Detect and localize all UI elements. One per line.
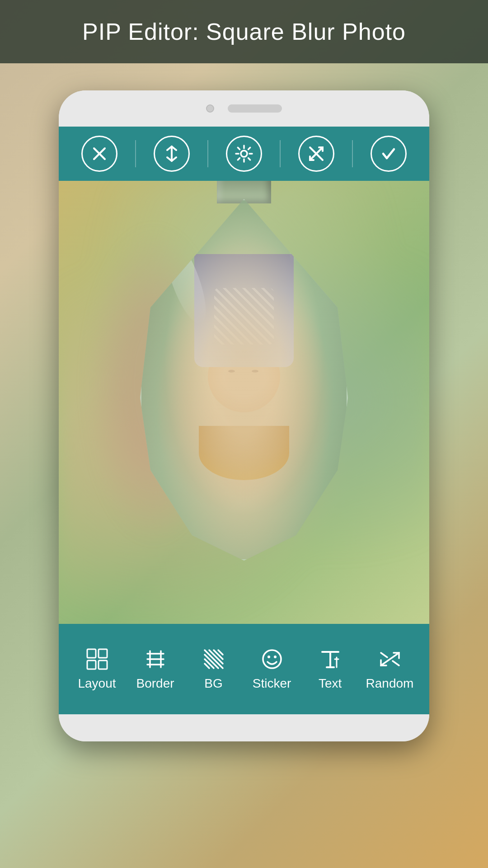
svg-line-20 [205,664,209,668]
bg-label: BG [204,676,222,691]
water-drop-container [131,181,357,570]
confirm-button[interactable] [371,136,407,172]
shuffle-button[interactable] [298,136,334,172]
phone-frame: Layout Border [59,90,429,741]
text-label: Text [319,676,342,691]
random-tool[interactable]: Random [366,647,414,691]
text-tool[interactable]: Text [308,647,353,691]
toolbar-sep-4 [352,140,353,167]
toolbar-sep-3 [280,140,281,167]
svg-line-21 [218,650,223,655]
swap-button[interactable] [154,136,190,172]
svg-rect-7 [99,649,107,658]
border-tool[interactable]: Border [133,647,178,691]
smile-overlay [141,200,347,559]
svg-line-19 [214,650,223,659]
toolbar-sep-1 [135,140,136,167]
phone-camera [206,104,214,113]
svg-rect-8 [87,660,96,669]
background-area: Layout Border [0,63,488,805]
app-header: PIP Editor: Square Blur Photo [0,0,488,63]
svg-point-23 [267,656,270,658]
phone-speaker [228,104,282,113]
close-button[interactable] [81,136,117,172]
teardrop [140,199,348,561]
teardrop-clip [140,199,348,561]
phone-bottom [59,714,429,741]
svg-point-22 [263,650,281,668]
teardrop-inner-photo [141,200,347,559]
svg-rect-6 [87,649,96,658]
svg-line-4 [310,147,315,153]
editor-toolbar [59,127,429,181]
sticker-tool[interactable]: Sticker [249,647,295,691]
svg-rect-9 [99,660,107,669]
layout-label: Layout [78,676,116,691]
sticker-label: Sticker [253,676,291,691]
random-label: Random [366,676,414,691]
phone-top [59,90,429,127]
svg-point-2 [241,151,247,157]
svg-point-24 [274,656,277,658]
svg-line-32 [393,661,399,665]
svg-line-18 [205,659,214,668]
svg-line-5 [317,155,323,160]
bg-tool[interactable]: BG [191,647,236,691]
border-label: Border [136,676,174,691]
toolbar-sep-2 [207,140,208,167]
bottom-toolbar: Layout Border [59,624,429,714]
app-title: PIP Editor: Square Blur Photo [82,18,406,45]
layout-tool[interactable]: Layout [75,647,120,691]
photo-canvas [59,181,429,624]
settings-button[interactable] [226,136,262,172]
svg-line-31 [381,653,387,657]
